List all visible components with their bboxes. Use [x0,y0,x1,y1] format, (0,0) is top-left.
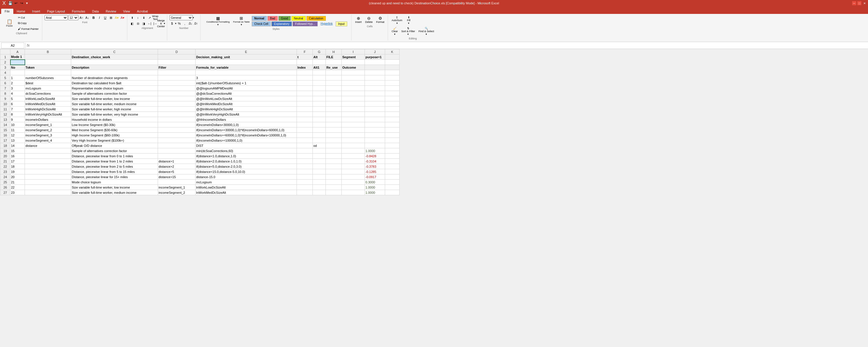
cell[interactable] [342,159,365,164]
cell[interactable] [313,180,326,185]
row-header-17[interactable]: 17 [0,138,10,143]
cell[interactable] [342,143,365,148]
cell[interactable]: Offpeak O/D distance [71,143,158,148]
undo-quick-btn[interactable]: ↩ [13,1,19,6]
cell[interactable]: Distance, piecewise linear from 2 to 5 m… [71,164,158,169]
cell[interactable]: 1 [10,75,25,81]
cell[interactable] [158,86,195,91]
cell[interactable] [158,54,195,60]
cell[interactable] [342,70,365,75]
style-bad[interactable]: Bad [267,16,278,21]
cell[interactable] [385,153,400,159]
cell[interactable] [158,70,195,75]
row-header-22[interactable]: 22 [0,164,10,169]
cell[interactable] [385,122,400,127]
cell[interactable]: Low Income Segment ($0-30k) [71,122,158,127]
cell[interactable]: Destination_choice_work [71,54,158,60]
cell[interactable]: Size variable full-time worker, low inco… [71,185,158,190]
cell[interactable]: @@logsumAMPMDestAlt [195,86,297,91]
col-header-F[interactable]: F [297,49,313,54]
percent-btn[interactable]: % [177,21,182,26]
cell[interactable]: Sample of alternatives correction factor [71,148,158,153]
cell[interactable]: 1.0000 [365,190,385,195]
cell[interactable] [385,159,400,164]
delete-cells-btn[interactable]: ⊖ Delete [364,15,374,24]
cell[interactable]: 19 [10,169,25,174]
cell[interactable] [342,180,365,185]
tab-home[interactable]: Home [13,9,29,14]
close-btn[interactable]: ✕ [862,1,867,5]
cell[interactable]: 18 [10,164,25,169]
cell[interactable]: @@dcSoaCorrectionsAlt [195,91,297,96]
col-header-G[interactable]: G [313,49,326,54]
tab-view[interactable]: View [120,9,134,14]
insert-cells-btn[interactable]: ⊕ Insert [354,15,363,24]
cell[interactable]: lnWorkLowDcSizeAlt [195,185,297,190]
cell[interactable]: if(incomeInDollars>=100000,1,0) [195,138,297,143]
align-bottom-btn[interactable]: ⬇ [141,15,146,20]
cell[interactable] [342,138,365,143]
cell[interactable] [313,117,326,122]
cell[interactable]: 22 [10,185,25,190]
cell[interactable] [385,133,400,138]
decrease-indent-btn[interactable]: ←| [147,21,152,26]
sort-filter-btn[interactable]: ⇅ Sort & Filter ▾ [400,26,416,36]
cell[interactable]: 20 [10,174,25,180]
cell[interactable] [385,112,400,117]
paste-btn[interactable]: 📋 Paste [3,19,16,28]
cell[interactable] [297,75,313,81]
cell[interactable] [158,143,195,148]
cell[interactable] [313,91,326,96]
cell[interactable]: incomeInDollars [25,117,71,122]
cell[interactable] [342,107,365,112]
cell[interactable] [313,159,326,164]
cell[interactable] [326,138,342,143]
cell[interactable]: Alt1 [313,65,326,70]
find-select-btn[interactable]: 🔍 Find & Select ▾ [417,26,436,36]
style-input[interactable]: Input [336,22,347,26]
cell[interactable] [313,86,326,91]
cell[interactable] [313,185,326,190]
cell[interactable] [342,86,365,91]
cell[interactable] [385,96,400,102]
cell[interactable] [342,169,365,174]
cell[interactable] [313,96,326,102]
cell[interactable] [326,81,342,86]
cell[interactable] [25,164,71,169]
align-middle-btn[interactable]: ↕ [135,15,141,20]
cell[interactable]: Segment [342,54,365,60]
cell[interactable]: 2 [10,81,25,86]
style-normal[interactable]: Normal [252,16,267,21]
cell[interactable]: lnWorkMedDcSizeAlt [25,102,71,107]
cell[interactable] [326,96,342,102]
cell[interactable] [365,127,385,133]
cell[interactable]: incomeSegment_4 [25,138,71,143]
cell[interactable] [297,169,313,174]
row-header-21[interactable]: 21 [0,159,10,164]
cell[interactable] [158,112,195,117]
cell[interactable]: Number of destination choice segments [71,75,158,81]
cell[interactable] [365,143,385,148]
cell[interactable] [10,60,25,65]
cell[interactable] [385,65,400,70]
row-header-15[interactable]: 15 [0,127,10,133]
cell[interactable] [297,133,313,138]
cell[interactable] [342,75,365,81]
cell[interactable]: purpose=1 [365,54,385,60]
cell[interactable]: distance>15 [158,174,195,180]
col-header-J[interactable]: J [365,49,385,54]
cell[interactable] [297,81,313,86]
cell[interactable]: min(dcSoaCorrections,60) [195,148,297,153]
cell[interactable] [342,190,365,195]
cell[interactable]: distance>1 [158,159,195,164]
cell[interactable]: -0.8428 [365,153,385,159]
merge-center-btn[interactable]: Merge & Center [159,21,164,26]
align-top-btn[interactable]: ⬆ [130,15,135,20]
underline-btn[interactable]: U [103,15,108,20]
cell[interactable] [25,169,71,174]
cell[interactable] [158,102,195,107]
cell[interactable]: 0.3000 [365,180,385,185]
cell[interactable] [313,174,326,180]
cell[interactable] [313,133,326,138]
cell[interactable] [365,86,385,91]
